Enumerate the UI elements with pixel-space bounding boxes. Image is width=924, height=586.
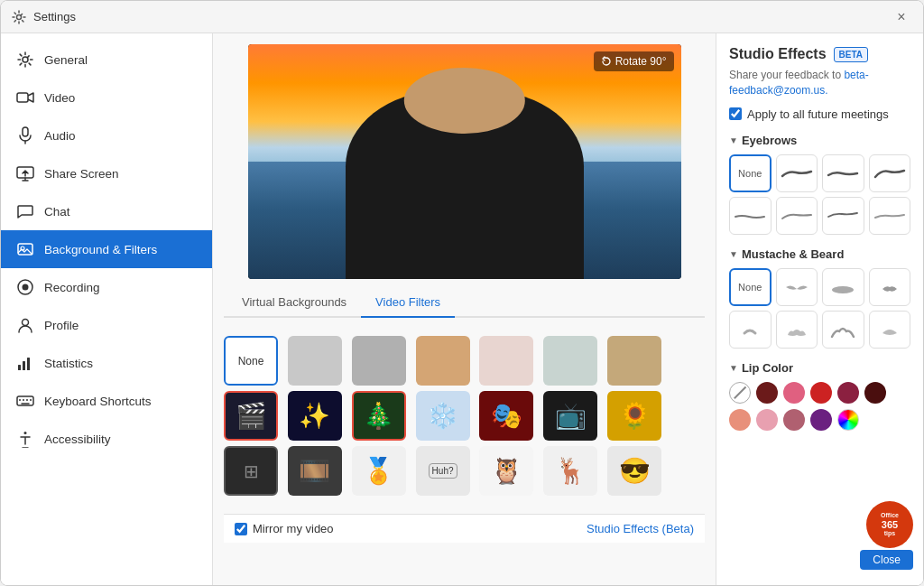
filter-item-lights[interactable]: ✨ [288, 391, 342, 441]
mustache-svg-6 [828, 321, 857, 339]
eyebrow-7[interactable] [869, 197, 911, 235]
lip-color-maroon[interactable] [864, 382, 886, 404]
lip-color-salmon[interactable] [729, 409, 751, 431]
close-window-button[interactable]: × [891, 6, 912, 28]
filter-item[interactable] [352, 336, 406, 386]
sidebar-item-general[interactable]: General [1, 41, 212, 79]
mustache-5[interactable] [776, 311, 818, 349]
tab-video-filters[interactable]: Video Filters [361, 288, 455, 318]
share-screen-icon [15, 163, 35, 183]
filter-none[interactable]: None [224, 336, 278, 386]
rotate-button[interactable]: Rotate 90° [594, 51, 674, 71]
mustache-svg-5 [782, 321, 811, 339]
eyebrow-6[interactable] [822, 197, 864, 235]
mustache-beard-section-header[interactable]: ▼ Mustache & Beard [729, 247, 910, 261]
sidebar-item-keyboard-shortcuts[interactable]: Keyboard Shortcuts [1, 382, 212, 420]
filter-item[interactable] [479, 336, 533, 386]
filter-item-badge[interactable]: 🏅 [352, 446, 406, 496]
filter-item[interactable] [416, 336, 470, 386]
filter-item-tv[interactable]: 📺 [543, 391, 597, 441]
filter-emoji: 🎞️ [299, 456, 330, 486]
mustache-1[interactable] [776, 268, 818, 306]
filter-item-expand[interactable]: ⊞ [224, 446, 278, 496]
svg-rect-13 [27, 358, 30, 370]
mustache-grid: None [729, 268, 910, 349]
tips-widget: Office 365 tips Close [860, 501, 913, 570]
svg-rect-11 [18, 365, 21, 370]
sidebar-item-statistics[interactable]: Statistics [1, 344, 212, 382]
tab-virtual-backgrounds[interactable]: Virtual Backgrounds [227, 288, 361, 318]
filter-item-snow[interactable]: ❄️ [416, 391, 470, 441]
eyebrow-1[interactable] [776, 154, 818, 192]
sidebar-item-recording[interactable]: Recording [1, 268, 212, 306]
filter-item-sunglasses[interactable]: 😎 [607, 446, 661, 496]
mustache-none[interactable]: None [729, 268, 772, 306]
filter-item-wreath[interactable]: 🎄 [352, 391, 406, 441]
lip-color-mauve[interactable] [783, 409, 805, 431]
filter-grid: None 🎬 ✨ [224, 327, 666, 505]
eyebrow-none-label: None [738, 168, 762, 179]
eyebrow-2[interactable] [822, 154, 864, 192]
lip-color-grid [729, 382, 910, 431]
filter-emoji: 📺 [555, 401, 587, 431]
studio-effects-link[interactable]: Studio Effects (Beta) [587, 522, 694, 535]
filter-item-sunflower[interactable]: 🌻 [607, 391, 661, 441]
filter-item-cinema[interactable]: 🎞️ [288, 446, 342, 496]
mustache-6[interactable] [822, 311, 864, 349]
mustache-3[interactable] [869, 268, 911, 306]
mustache-svg-2 [828, 278, 857, 296]
mirror-video-checkbox[interactable] [235, 523, 247, 535]
lip-color-purple[interactable] [810, 409, 832, 431]
mustache-2[interactable] [822, 268, 864, 306]
sidebar-item-video[interactable]: Video [1, 79, 212, 116]
close-widget-button[interactable]: Close [860, 550, 913, 570]
main-content: General Video Audio Share [1, 33, 923, 585]
chat-icon [15, 201, 35, 221]
filter-item[interactable] [607, 336, 661, 386]
eyebrow-4[interactable] [729, 197, 772, 235]
lip-color-rainbow[interactable] [837, 409, 859, 431]
lip-color-none[interactable] [729, 382, 751, 404]
filter-emoji: ❄️ [427, 401, 458, 431]
lip-color-red[interactable] [810, 382, 832, 404]
mustache-7[interactable] [869, 311, 911, 349]
eyebrow-none[interactable]: None [729, 154, 772, 192]
eyebrow-svg-6 [827, 209, 859, 222]
sidebar-item-audio[interactable]: Audio [1, 116, 212, 154]
apply-all-checkbox[interactable] [729, 107, 742, 120]
eyebrow-svg-5 [781, 209, 813, 222]
eyebrow-svg-7 [873, 209, 906, 222]
lip-color-section-header[interactable]: ▼ Lip Color [729, 361, 910, 375]
sidebar-item-background-filters[interactable]: Background & Filters [1, 230, 212, 268]
filter-item-frame[interactable]: 🎬 [224, 391, 278, 441]
apply-all-label[interactable]: Apply to all future meetings [729, 107, 910, 121]
sidebar-item-accessibility[interactable]: Accessibility [1, 420, 212, 458]
window-title: Settings [12, 10, 76, 24]
sidebar-item-profile[interactable]: Profile [1, 306, 212, 344]
sidebar-item-chat[interactable]: Chat [1, 192, 212, 230]
mustache-4[interactable] [729, 311, 772, 349]
tips-bubble[interactable]: Office 365 tips [866, 501, 913, 548]
lip-color-pink[interactable] [783, 382, 805, 404]
filter-item[interactable] [543, 336, 597, 386]
lip-color-dark-pink[interactable] [837, 382, 859, 404]
studio-effects-title: Studio Effects [729, 46, 827, 62]
filter-item[interactable] [288, 336, 342, 386]
sidebar-item-share-screen[interactable]: Share Screen [1, 154, 212, 192]
filter-item-owl[interactable]: 🦉 [479, 446, 533, 496]
filter-item-deer[interactable]: 🦌 [543, 446, 597, 496]
mirror-video-label[interactable]: Mirror my video [235, 522, 334, 535]
lip-color-light-pink[interactable] [756, 409, 778, 431]
filter-emoji: 🏅 [363, 456, 394, 486]
filter-item-curtain[interactable]: 🎭 [479, 391, 533, 441]
eyebrow-5[interactable] [776, 197, 818, 235]
eyebrows-section-header[interactable]: ▼ Eyebrows [729, 134, 910, 147]
apply-label-text: Apply to all future meetings [747, 107, 889, 121]
mustache-none-label: None [738, 282, 762, 293]
filter-emoji: 🦌 [555, 456, 587, 486]
eyebrows-label: Eyebrows [742, 134, 797, 147]
filter-item-huh[interactable]: Huh? [416, 446, 470, 496]
sidebar-label-chat: Chat [44, 205, 70, 219]
lip-color-dark-red[interactable] [756, 382, 778, 404]
eyebrow-3[interactable] [869, 154, 911, 192]
